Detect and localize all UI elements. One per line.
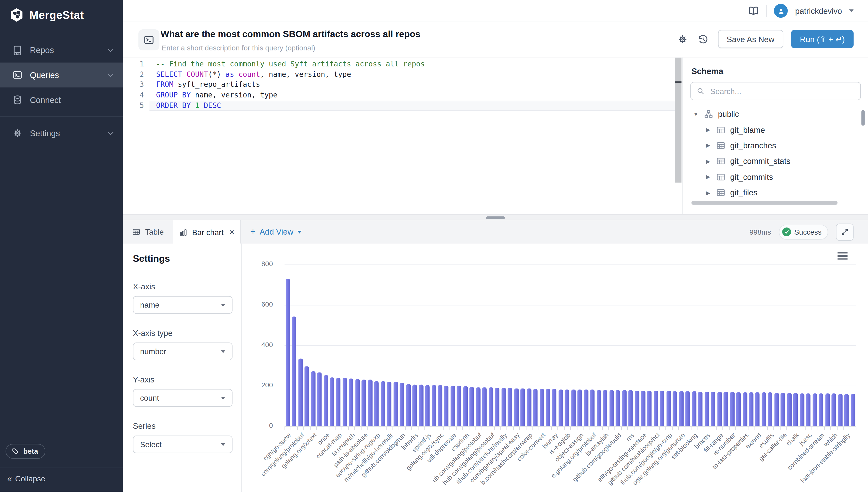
chart-bar [850, 394, 855, 426]
field-select[interactable]: Select [133, 436, 233, 453]
chart-bar [362, 379, 366, 426]
chart-bar [412, 385, 417, 426]
query-description-input[interactable] [161, 43, 473, 53]
splitter-drag-handle[interactable] [486, 216, 505, 219]
chart-bar [463, 386, 468, 426]
schema-table-git_branches[interactable]: ▶git_branches [682, 138, 860, 153]
book-open-icon[interactable] [748, 5, 759, 17]
x-axis-tick [621, 426, 622, 430]
x-axis-tick [793, 426, 793, 430]
x-axis-tick [634, 426, 634, 430]
gear-icon[interactable] [677, 33, 688, 45]
tree-caret-right-icon[interactable]: ▶ [705, 143, 712, 149]
schema-table-git_blame[interactable]: ▶git_blame [682, 122, 860, 138]
schema-vertical-scrollbar[interactable] [862, 110, 865, 126]
chart-bar [419, 385, 423, 426]
sidebar-item-label: Settings [30, 128, 106, 138]
sidebar-nav: ReposQueriesConnectSettings [0, 38, 123, 145]
tab-table-label: Table [145, 227, 164, 236]
y-axis-tick-label: 600 [242, 300, 273, 308]
plus-icon: + [250, 226, 256, 238]
x-axis-tick [684, 426, 685, 430]
editor-line-code: -- Find the most commonly used Syft arti… [156, 59, 425, 70]
chart-settings-panel: Settings X-axisnameX-axis typenumberY-ax… [123, 244, 242, 492]
sidebar-divider [0, 468, 123, 468]
run-button[interactable]: Run (⇧ + ↵) [791, 30, 853, 48]
schema-search-input[interactable] [709, 86, 855, 96]
user-menu-caret-icon[interactable] [849, 9, 853, 12]
x-axis-tick [691, 426, 692, 430]
close-tab-icon[interactable]: ✕ [229, 228, 235, 236]
chart-bar [723, 392, 728, 426]
editor-line-code: GROUP BY name, version, type [156, 90, 278, 101]
add-view-button[interactable]: + Add View [250, 220, 302, 244]
x-axis-tick [355, 426, 355, 430]
tree-caret-right-icon[interactable]: ▶ [705, 174, 712, 180]
x-axis-tick [494, 426, 495, 430]
sidebar-item-queries[interactable]: Queries [0, 63, 123, 88]
chart-bar [469, 387, 474, 426]
schema-node-public[interactable]: ▼public [682, 106, 860, 122]
chart-bar [597, 390, 601, 426]
x-axis-tick [570, 426, 571, 430]
editor-line-code: SELECT COUNT(*) as count, name, version,… [156, 70, 351, 80]
sidebar-item-connect[interactable]: Connect [0, 88, 123, 113]
logo[interactable]: MergeStat [9, 7, 84, 23]
pane-splitter [123, 214, 868, 220]
schema-table-label: git_commit_stats [730, 157, 790, 166]
sidebar-group-divider [0, 116, 123, 117]
x-axis-tick [678, 426, 679, 430]
chart-bar [654, 391, 658, 426]
chart-bar [565, 389, 569, 426]
schema-table-git_files[interactable]: ▶git_files [682, 185, 860, 200]
sql-editor[interactable]: 1-- Find the most commonly used Syft art… [123, 57, 682, 214]
x-axis-tick [399, 426, 399, 430]
sidebar-item-repos[interactable]: Repos [0, 38, 123, 63]
schema-node-label: public [718, 110, 739, 119]
chart-bar [685, 391, 690, 426]
topbar-divider [766, 5, 767, 17]
x-axis-tick [367, 426, 367, 430]
chart-bar [711, 392, 715, 426]
editor-line-number: 1 [123, 59, 144, 70]
tree-caret-down-icon[interactable]: ▼ [693, 111, 699, 117]
avatar[interactable] [774, 4, 788, 18]
results-content: Settings X-axisnameX-axis typenumberY-ax… [123, 244, 868, 492]
field-select[interactable]: name [133, 296, 233, 314]
tree-caret-right-icon[interactable]: ▶ [705, 190, 712, 196]
x-axis-tick [856, 426, 857, 430]
chart-bar [647, 391, 652, 426]
x-axis-tick [602, 426, 603, 430]
tree-caret-right-icon[interactable]: ▶ [705, 127, 712, 133]
expand-icon [840, 227, 849, 236]
x-axis-tick [329, 426, 330, 430]
schema-table-git_commits[interactable]: ▶git_commits [682, 169, 860, 185]
sidebar-item-settings[interactable]: Settings [0, 121, 123, 146]
save-as-new-button[interactable]: Save As New [718, 30, 783, 48]
x-axis-tick [443, 426, 444, 430]
chart-bar [546, 389, 550, 426]
chart-bar [349, 378, 353, 426]
chevrons-left-icon: « [7, 473, 11, 483]
tree-caret-right-icon[interactable]: ▶ [705, 158, 712, 164]
chart-bar [749, 392, 753, 426]
collapse-button[interactable]: « Collapse [7, 473, 45, 483]
x-axis-tick [564, 426, 564, 430]
tab-bar-chart[interactable]: Bar chart ✕ [173, 220, 241, 244]
history-icon[interactable] [697, 33, 708, 45]
chart-bar [324, 375, 328, 426]
field-select[interactable]: number [133, 342, 233, 360]
editor-line: 3FROM syft_repo_artifacts [123, 80, 682, 90]
x-axis-tick [653, 426, 653, 430]
query-title[interactable]: What are the most common SBOM artifacts … [161, 29, 420, 39]
x-axis-tick [583, 426, 583, 430]
field-select[interactable]: count [133, 389, 233, 407]
schema-table-git_commit_stats[interactable]: ▶git_commit_stats [682, 153, 860, 169]
expand-results-button[interactable] [836, 223, 854, 241]
chart-bar [743, 392, 747, 426]
x-axis-tick [418, 426, 418, 430]
user-menu[interactable]: patrickdevivo [795, 6, 842, 15]
tab-table[interactable]: Table [123, 220, 173, 244]
chart-menu-icon[interactable] [838, 252, 847, 261]
schema-horizontal-scrollbar[interactable] [692, 201, 838, 205]
